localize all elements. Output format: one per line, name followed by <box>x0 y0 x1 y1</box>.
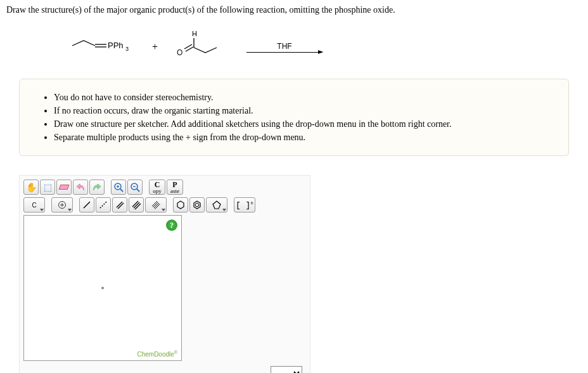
help-button[interactable]: ? <box>166 219 177 231</box>
plus-sign: + <box>152 41 158 53</box>
svg-text:3: 3 <box>125 46 129 52</box>
arrow-line <box>246 52 323 53</box>
bracket-tool[interactable]: [ ]± <box>234 197 255 213</box>
hexagon-ring-tool[interactable] <box>173 197 188 213</box>
instructions-box: You do not have to consider stereochemis… <box>19 79 569 156</box>
instruction-item: Separate multiple products using the + s… <box>54 131 553 144</box>
svg-line-24 <box>134 202 139 208</box>
hexagon-icon <box>176 200 186 210</box>
question-text: Draw the structure(s) of the major organ… <box>6 5 582 15</box>
svg-line-10 <box>120 189 123 192</box>
eraser-icon <box>59 185 70 190</box>
ring-dropdown[interactable] <box>206 197 227 213</box>
svg-line-14 <box>137 189 139 192</box>
svg-marker-33 <box>213 201 220 209</box>
svg-text:H: H <box>192 30 197 37</box>
chevron-down-icon <box>40 209 44 211</box>
charge-picker[interactable] <box>51 197 73 213</box>
instruction-item: You do not have to consider stereochemis… <box>54 91 553 104</box>
svg-marker-30 <box>177 201 184 209</box>
toolbar-row-2: C [ ]± <box>23 197 306 213</box>
dotted-bond-tool[interactable] <box>96 197 111 213</box>
redo-button[interactable] <box>89 180 105 195</box>
element-picker[interactable]: C <box>23 197 45 213</box>
charge-icon <box>58 200 67 209</box>
single-bond-icon <box>82 200 92 210</box>
add-sketcher-dropdown-wrap <box>271 366 306 373</box>
svg-line-23 <box>132 201 138 207</box>
chevron-down-icon <box>162 209 165 211</box>
zoom-in-icon <box>113 182 124 192</box>
triple-bond-icon <box>131 200 141 210</box>
single-bond-tool[interactable] <box>79 197 94 213</box>
chevron-down-icon <box>68 209 72 211</box>
undo-button[interactable] <box>73 180 88 195</box>
toolbar-row-1: ✋ ⬚ Copy Paste <box>23 180 306 195</box>
svg-line-20 <box>100 202 106 208</box>
svg-marker-31 <box>194 201 200 209</box>
solvent-label: THF <box>277 42 291 51</box>
reaction-arrow: THF <box>246 42 323 53</box>
hand-icon: ✋ <box>26 182 37 192</box>
zoom-in-button[interactable] <box>111 180 126 195</box>
reagent-ylide: PPh 3 <box>70 34 139 60</box>
chevron-down-icon <box>222 209 226 211</box>
eraser-tool[interactable] <box>56 180 72 195</box>
svg-text:PPh: PPh <box>108 41 124 50</box>
hand-tool[interactable]: ✋ <box>23 180 39 195</box>
double-bond-icon <box>115 200 125 210</box>
copy-button[interactable]: Copy <box>149 180 165 195</box>
canvas-center-dot <box>101 287 104 289</box>
instruction-item: Draw one structure per sketcher. Add add… <box>54 117 553 131</box>
bond-dropdown[interactable] <box>145 197 167 213</box>
zoom-out-button[interactable] <box>127 180 143 195</box>
reaction-scheme: PPh 3 + H O THF <box>70 28 582 66</box>
brand-label: ChemDoodle® <box>137 350 177 358</box>
paste-button[interactable]: Paste <box>167 180 183 195</box>
benzene-icon <box>192 200 202 210</box>
dotted-bond-icon <box>98 200 108 210</box>
paste-label-big: P <box>172 181 177 188</box>
zoom-out-icon <box>130 182 140 192</box>
svg-point-32 <box>195 203 199 207</box>
benzene-ring-tool[interactable] <box>189 197 205 213</box>
sketcher-canvas[interactable]: ? ChemDoodle® <box>23 215 182 361</box>
element-label: C <box>32 202 36 209</box>
instruction-item: If no reaction occurs, draw the organic … <box>54 104 553 117</box>
quad-bond-icon <box>151 200 161 210</box>
lasso-tool[interactable]: ⬚ <box>40 180 55 195</box>
copy-label-big: C <box>155 181 160 188</box>
svg-text:O: O <box>177 48 182 57</box>
sketcher-panel: ✋ ⬚ Copy Paste C <box>19 175 310 373</box>
reagent-aldehyde: H O <box>170 30 221 65</box>
triple-bond-tool[interactable] <box>129 197 144 213</box>
undo-icon <box>75 183 86 192</box>
svg-line-25 <box>135 204 141 209</box>
svg-line-19 <box>84 202 90 208</box>
bracket-label: [ ]± <box>236 200 253 210</box>
double-bond-tool[interactable] <box>112 197 127 213</box>
pentagon-icon <box>212 200 222 210</box>
copy-label-small: opy <box>153 188 162 194</box>
paste-label-small: aste <box>170 188 179 194</box>
redo-icon <box>92 183 102 192</box>
lasso-icon: ⬚ <box>44 182 52 192</box>
add-sketcher-dropdown[interactable] <box>271 366 302 373</box>
